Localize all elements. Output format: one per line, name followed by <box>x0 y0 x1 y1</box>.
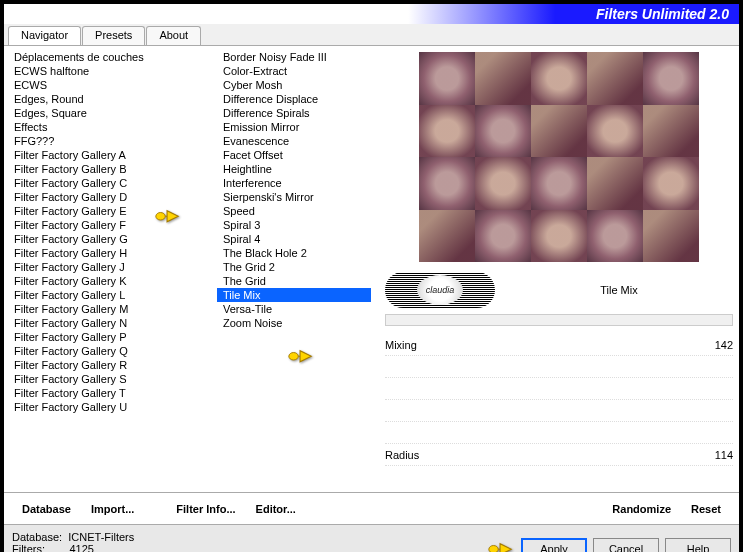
list-item[interactable]: ECWS halftone <box>8 64 205 78</box>
filter-info-button[interactable]: Filter Info... <box>168 503 243 515</box>
dialog-buttons: Apply Cancel Help <box>487 527 731 552</box>
status-filters-label: Filters: <box>12 543 45 552</box>
pointer-icon <box>487 539 515 553</box>
status-db-value: ICNET-Filters <box>68 531 134 543</box>
database-button[interactable]: Database <box>14 503 79 515</box>
progress-bar <box>385 314 733 326</box>
apply-button[interactable]: Apply <box>521 538 587 553</box>
param-label: Radius <box>385 449 419 461</box>
list-item[interactable]: Filter Factory Gallery T <box>8 386 205 400</box>
list-item[interactable]: Spiral 3 <box>217 218 371 232</box>
list-item[interactable]: Filter Factory Gallery F <box>8 218 205 232</box>
parameter-area: Mixing142Radius114 <box>385 334 733 466</box>
list-item[interactable]: Filter Factory Gallery M <box>8 302 205 316</box>
category-listbox[interactable]: Déplacements de couchesECWS halftoneECWS… <box>8 50 205 488</box>
tab-about[interactable]: About <box>146 26 201 45</box>
list-item[interactable]: Filter Factory Gallery J <box>8 260 205 274</box>
list-item[interactable]: Interference <box>217 176 371 190</box>
filter-header: claudia Tile Mix <box>385 272 733 308</box>
help-button[interactable]: Help <box>665 538 731 553</box>
param-row[interactable]: Radius114 <box>385 444 733 466</box>
category-column: Déplacements de couchesECWS halftoneECWS… <box>4 46 209 492</box>
list-item[interactable]: Filter Factory Gallery K <box>8 274 205 288</box>
dialog-window: Filters Unlimited 2.0 NavigatorPresetsAb… <box>0 0 743 552</box>
list-item[interactable]: Filter Factory Gallery C <box>8 176 205 190</box>
editor-button[interactable]: Editor... <box>248 503 304 515</box>
import-button[interactable]: Import... <box>83 503 142 515</box>
list-item[interactable]: The Black Hole 2 <box>217 246 371 260</box>
list-item[interactable]: Filter Factory Gallery S <box>8 372 205 386</box>
param-value: 142 <box>715 339 733 351</box>
status-info: Database: ICNET-Filters Filters: 4125 <box>12 527 487 552</box>
list-item[interactable]: Filter Factory Gallery N <box>8 316 205 330</box>
author-badge: claudia <box>385 272 495 308</box>
list-item[interactable]: Difference Displace <box>217 92 371 106</box>
list-item[interactable]: Tile Mix <box>217 288 371 302</box>
tab-navigator[interactable]: Navigator <box>8 26 81 45</box>
main-area: Déplacements de couchesECWS halftoneECWS… <box>4 46 739 492</box>
list-item[interactable]: Versa-Tile <box>217 302 371 316</box>
list-item[interactable]: Spiral 4 <box>217 232 371 246</box>
list-item[interactable]: Filter Factory Gallery P <box>8 330 205 344</box>
param-value: 114 <box>715 449 733 461</box>
list-item[interactable]: Emission Mirror <box>217 120 371 134</box>
param-row <box>385 400 733 422</box>
list-item[interactable]: Heightline <box>217 162 371 176</box>
list-item[interactable]: Filter Factory Gallery L <box>8 288 205 302</box>
list-item[interactable]: Evanescence <box>217 134 371 148</box>
tab-presets[interactable]: Presets <box>82 26 145 45</box>
selected-filter-title: Tile Mix <box>505 284 733 296</box>
list-item[interactable]: Filter Factory Gallery E <box>8 204 205 218</box>
filter-listbox[interactable]: Border Noisy Fade IIIColor-ExtractCyber … <box>217 50 371 488</box>
list-item[interactable]: Filter Factory Gallery G <box>8 232 205 246</box>
list-item[interactable]: Cyber Mosh <box>217 78 371 92</box>
list-item[interactable]: Edges, Round <box>8 92 205 106</box>
list-item[interactable]: The Grid <box>217 274 371 288</box>
list-item[interactable]: Effects <box>8 120 205 134</box>
cancel-button[interactable]: Cancel <box>593 538 659 553</box>
param-row <box>385 356 733 378</box>
list-item[interactable]: Zoom Noise <box>217 316 371 330</box>
param-row <box>385 378 733 400</box>
filter-column: Border Noisy Fade IIIColor-ExtractCyber … <box>209 46 379 492</box>
toolbar: Database Import... Filter Info... Editor… <box>4 492 739 524</box>
list-item[interactable]: Edges, Square <box>8 106 205 120</box>
list-item[interactable]: Filter Factory Gallery A <box>8 148 205 162</box>
dialog-title: Filters Unlimited 2.0 <box>596 6 729 22</box>
titlebar: Filters Unlimited 2.0 <box>4 4 739 24</box>
author-badge-label: claudia <box>417 275 463 305</box>
list-item[interactable]: Difference Spirals <box>217 106 371 120</box>
preview-column: claudia Tile Mix Mixing142Radius114 <box>379 46 739 492</box>
list-item[interactable]: Filter Factory Gallery B <box>8 162 205 176</box>
param-label: Mixing <box>385 339 417 351</box>
list-item[interactable]: The Grid 2 <box>217 260 371 274</box>
preview-image <box>419 52 699 262</box>
list-item[interactable]: FFG??? <box>8 134 205 148</box>
list-item[interactable]: Déplacements de couches <box>8 50 205 64</box>
list-item[interactable]: Border Noisy Fade III <box>217 50 371 64</box>
status-db-label: Database: <box>12 531 62 543</box>
status-filters-value: 4125 <box>69 543 93 552</box>
list-item[interactable]: Filter Factory Gallery H <box>8 246 205 260</box>
tab-strip: NavigatorPresetsAbout <box>4 24 739 46</box>
randomize-button[interactable]: Randomize <box>604 503 679 515</box>
list-item[interactable]: ECWS <box>8 78 205 92</box>
svg-point-2 <box>489 545 498 552</box>
list-item[interactable]: Filter Factory Gallery U <box>8 400 205 414</box>
list-item[interactable]: Speed <box>217 204 371 218</box>
reset-button[interactable]: Reset <box>683 503 729 515</box>
param-row <box>385 422 733 444</box>
list-item[interactable]: Color-Extract <box>217 64 371 78</box>
param-row[interactable]: Mixing142 <box>385 334 733 356</box>
list-item[interactable]: Filter Factory Gallery R <box>8 358 205 372</box>
list-item[interactable]: Filter Factory Gallery Q <box>8 344 205 358</box>
list-item[interactable]: Facet Offset <box>217 148 371 162</box>
list-item[interactable]: Filter Factory Gallery D <box>8 190 205 204</box>
list-item[interactable]: Sierpenski's Mirror <box>217 190 371 204</box>
statusbar: Database: ICNET-Filters Filters: 4125 Ap… <box>4 524 739 552</box>
